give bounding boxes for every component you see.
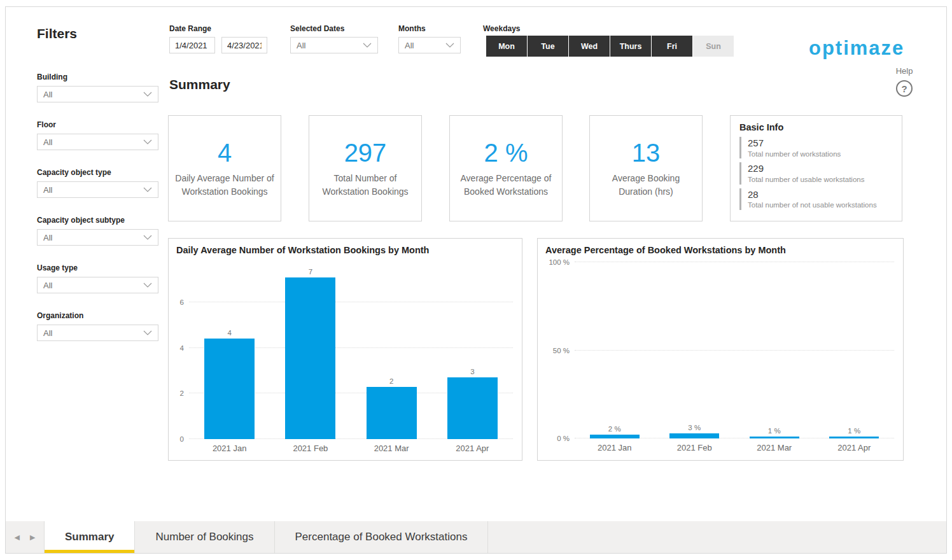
kpi-label: Total Number of Workstation Bookings — [309, 172, 421, 198]
y-tick-label: 6 — [180, 298, 184, 306]
weekday-button-sun[interactable]: Sun — [693, 36, 734, 57]
next-page-arrow-icon[interactable]: ▶ — [30, 533, 35, 542]
months-dropdown[interactable]: All — [398, 37, 461, 53]
bar[interactable] — [204, 339, 255, 439]
chevron-down-icon — [143, 283, 152, 288]
y-axis: 0246 — [157, 268, 189, 439]
help-control: Help ? — [890, 66, 918, 97]
months-label: Months — [398, 24, 461, 34]
bar-column: 7 — [270, 268, 351, 439]
bar-column: 2 % — [575, 262, 655, 438]
floor-dropdown[interactable]: All — [37, 134, 158, 150]
filter-floor: Floor All — [37, 120, 158, 150]
selected-dates-label: Selected Dates — [290, 24, 378, 34]
capacity-object-subtype-dropdown[interactable]: All — [37, 229, 158, 246]
chevron-down-icon — [143, 187, 152, 192]
chevron-down-icon — [143, 330, 152, 335]
bar-data-label: 3 — [470, 368, 474, 375]
bars-layer: 4723 — [189, 268, 513, 439]
bar[interactable] — [447, 377, 498, 439]
kpi-label: Average Booking Duration (hrs) — [590, 172, 702, 198]
bar-data-label: 1 % — [848, 427, 860, 435]
weekday-button-thurs[interactable]: Thurs — [610, 36, 651, 57]
x-category-label: 2021 Apr — [432, 439, 513, 453]
kpi-label: Average Percentage of Booked Workstation… — [450, 172, 562, 198]
basic-info-label: Total number of workstations — [748, 150, 893, 159]
selected-dates-dropdown[interactable]: All — [290, 37, 378, 53]
bar-column: 4 — [189, 268, 270, 439]
chevron-down-icon — [143, 139, 152, 144]
filter-building-label: Building — [37, 73, 158, 81]
report-canvas: Filters Building All Floor All Capacity … — [5, 6, 947, 554]
basic-info-value: 257 — [748, 137, 893, 150]
x-category-label: 2021 Feb — [270, 439, 351, 453]
y-tick-label: 100 % — [549, 258, 570, 266]
bar-data-label: 2 — [389, 377, 393, 385]
chevron-down-icon — [445, 43, 454, 48]
x-axis-labels: 2021 Jan2021 Feb2021 Mar2021 Apr — [575, 438, 894, 452]
bar-column: 2 — [351, 268, 432, 439]
bar-data-label: 3 % — [688, 424, 701, 431]
bar-column: 3 — [432, 268, 513, 439]
date-range-end-input[interactable] — [221, 37, 267, 53]
weekday-button-wed[interactable]: Wed — [569, 36, 610, 57]
filter-organization-label: Organization — [37, 311, 158, 320]
basic-info-item: 229 Total number of usable workstations — [739, 162, 893, 184]
filter-floor-label: Floor — [37, 120, 158, 129]
floor-dropdown-value: All — [43, 137, 52, 147]
y-tick-label: 2 — [180, 389, 184, 397]
usage-type-dropdown[interactable]: All — [37, 277, 158, 293]
usage-type-dropdown-value: All — [43, 281, 52, 290]
tab-percentage-of-booked-workstations[interactable]: Percentage of Booked Workstations — [275, 521, 489, 553]
bar-data-label: 1 % — [768, 427, 781, 435]
plot-area: 4723 — [189, 268, 513, 439]
bar-column: 3 % — [655, 262, 735, 438]
y-tick-label: 4 — [180, 344, 184, 352]
basic-info-title: Basic Info — [739, 122, 893, 132]
selected-dates-filter: Selected Dates All — [290, 24, 378, 53]
bar[interactable] — [367, 387, 417, 439]
x-axis-labels: 2021 Jan2021 Feb2021 Mar2021 Apr — [189, 439, 513, 453]
optimaze-logo: optimaze — [809, 37, 904, 60]
weekday-button-mon[interactable]: Mon — [486, 36, 527, 57]
bar-data-label: 7 — [309, 268, 312, 276]
weekday-button-fri[interactable]: Fri — [652, 36, 692, 57]
kpi-label: Daily Average Number of Workstation Book… — [169, 172, 281, 198]
basic-info-label: Total number of not usable workstations — [748, 200, 893, 210]
filter-building: Building All — [37, 73, 158, 102]
bar[interactable] — [669, 433, 719, 438]
basic-info-value: 229 — [748, 162, 893, 175]
y-tick-label: 0 — [180, 435, 184, 443]
tab-navigation-arrows: ◀ ▶ — [6, 521, 44, 553]
date-range-start-input[interactable] — [169, 37, 215, 53]
bar[interactable] — [285, 277, 335, 439]
bar-column: 1 % — [734, 262, 815, 438]
organization-dropdown-value: All — [43, 328, 52, 338]
kpi-card-total-bookings: 297 Total Number of Workstation Bookings — [309, 115, 422, 221]
help-label: Help — [896, 66, 913, 76]
x-category-label: 2021 Apr — [815, 438, 895, 452]
basic-info-item: 28 Total number of not usable workstatio… — [739, 188, 893, 210]
weekday-button-tue[interactable]: Tue — [528, 36, 568, 57]
chevron-down-icon — [143, 235, 152, 240]
filter-capacity-object-subtype-label: Capacity object subtype — [37, 216, 158, 225]
filter-organization: Organization All — [37, 311, 158, 341]
kpi-value: 2 % — [484, 139, 528, 167]
date-range-label: Date Range — [169, 24, 267, 34]
tab-number-of-bookings[interactable]: Number of Bookings — [135, 521, 274, 553]
basic-info-value: 28 — [748, 188, 893, 201]
x-category-label: 2021 Jan — [575, 438, 655, 452]
help-question-icon[interactable]: ? — [896, 80, 913, 97]
tab-summary[interactable]: Summary — [44, 521, 135, 553]
capacity-object-type-dropdown[interactable]: All — [37, 181, 158, 198]
building-dropdown[interactable]: All — [37, 86, 158, 102]
plot-area: 2 %3 %1 %1 % — [575, 262, 894, 438]
organization-dropdown[interactable]: All — [37, 325, 158, 341]
kpi-value: 13 — [632, 139, 661, 167]
building-dropdown-value: All — [43, 90, 52, 99]
capacity-object-subtype-dropdown-value: All — [43, 233, 52, 242]
x-category-label: 2021 Jan — [189, 439, 270, 453]
page-title: Summary — [169, 77, 230, 92]
previous-page-arrow-icon[interactable]: ◀ — [15, 533, 20, 542]
weekdays-filter: Weekdays Mon Tue Wed Thurs Fri Sun — [478, 24, 734, 57]
